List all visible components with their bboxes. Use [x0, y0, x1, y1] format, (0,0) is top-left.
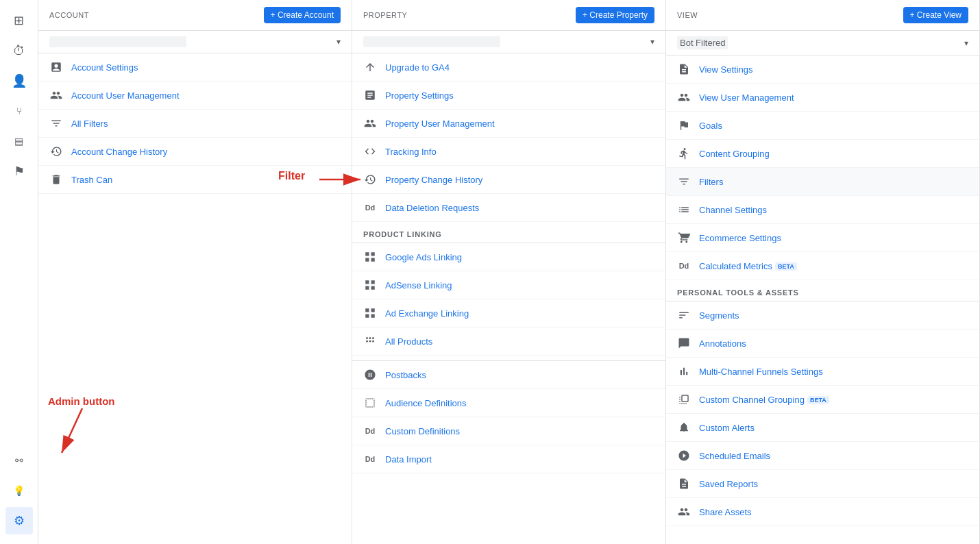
google-ads-linking-icon [363, 250, 377, 264]
calculated-metrics-item[interactable]: Dd Calculated MetricsBETA [666, 252, 979, 280]
account-selector[interactable]: ▾ [38, 31, 352, 53]
link-icon: ⚯ [15, 455, 23, 466]
data-deletion-requests-label: Data Deletion Requests [385, 203, 479, 213]
view-selector[interactable]: Bot Filtered ▾ [666, 31, 979, 55]
mcf-settings-item[interactable]: Multi-Channel Funnels Settings [666, 358, 979, 386]
account-column: Account + Create Account ▾ Account Setti… [38, 0, 352, 544]
custom-channel-grouping-item[interactable]: Custom Channel GroupingBETA [666, 386, 979, 414]
account-selector-text [49, 36, 186, 47]
sidebar-item-person[interactable]: 👤 [5, 67, 33, 95]
property-label: Property [363, 11, 407, 19]
google-ads-linking-item[interactable]: Google Ads Linking [352, 243, 665, 271]
data-deletion-requests-item[interactable]: Dd Data Deletion Requests [352, 194, 665, 222]
audience-definitions-item[interactable]: Audience Definitions [352, 389, 665, 417]
trash-can-label: Trash Can [71, 175, 112, 185]
tracking-info-icon [363, 145, 377, 158]
segments-icon [677, 308, 691, 322]
sidebar-item-link[interactable]: ⚯ [5, 447, 33, 474]
account-settings-label: Account Settings [71, 62, 138, 73]
bulb-icon: 💡 [13, 485, 25, 496]
svg-rect-3 [371, 258, 375, 262]
ecommerce-settings-item[interactable]: Ecommerce Settings [666, 224, 979, 252]
view-selector-text: Bot Filtered [677, 36, 728, 49]
sidebar-item-clock[interactable]: ⏱ [5, 37, 33, 64]
sidebar-item-grid[interactable]: ⊞ [5, 7, 33, 34]
sidebar-item-report[interactable]: ▤ [5, 127, 33, 155]
sidebar-item-fork[interactable]: ⑂ [5, 97, 33, 125]
filters-item[interactable]: Filters [666, 168, 979, 196]
property-user-management-icon [363, 116, 377, 130]
segments-item[interactable]: Segments [666, 301, 979, 330]
all-products-icon [363, 334, 377, 348]
custom-channel-grouping-icon [677, 393, 691, 406]
share-assets-item[interactable]: Share Assets [666, 498, 979, 526]
annotations-item[interactable]: Annotations [666, 330, 979, 358]
svg-rect-6 [365, 286, 369, 290]
view-user-management-item[interactable]: View User Management [666, 84, 979, 112]
property-settings-label: Property Settings [385, 90, 454, 101]
data-import-icon: Dd [363, 452, 377, 466]
sidebar-item-bulb[interactable]: 💡 [5, 477, 33, 504]
adsense-linking-item[interactable]: AdSense Linking [352, 271, 665, 299]
clock-icon: ⏱ [13, 44, 25, 58]
mcf-settings-icon [677, 364, 691, 378]
property-selector[interactable]: ▾ [352, 31, 665, 53]
svg-point-14 [372, 337, 374, 339]
trash-can-item[interactable]: Trash Can [38, 166, 352, 194]
view-user-management-label: View User Management [699, 92, 794, 103]
create-property-button[interactable]: + Create Property [576, 7, 654, 23]
ad-exchange-linking-item[interactable]: Ad Exchange Linking [352, 299, 665, 327]
annotations-icon [677, 336, 691, 350]
grid-icon: ⊞ [14, 13, 24, 28]
property-change-history-item[interactable]: Property Change History [352, 166, 665, 194]
all-filters-item[interactable]: All Filters [38, 110, 352, 138]
ecommerce-settings-icon [677, 231, 691, 245]
create-view-button[interactable]: + Create View [903, 7, 969, 23]
upgrade-ga4-item[interactable]: Upgrade to GA4 [352, 53, 665, 82]
share-assets-icon [677, 505, 691, 519]
tracking-info-item[interactable]: Tracking Info [352, 138, 665, 166]
view-settings-item[interactable]: View Settings [666, 55, 979, 84]
property-user-management-item[interactable]: Property User Management [352, 110, 665, 138]
account-label: Account [49, 11, 89, 19]
saved-reports-icon [677, 477, 691, 491]
scheduled-emails-item[interactable]: Scheduled Emails [666, 442, 979, 470]
svg-rect-2 [365, 258, 369, 262]
account-column-header: Account + Create Account [38, 0, 352, 31]
property-settings-item[interactable]: Property Settings [352, 82, 665, 110]
admin-columns: Account + Create Account ▾ Account Setti… [38, 0, 980, 544]
saved-reports-item[interactable]: Saved Reports [666, 470, 979, 498]
account-user-management-item[interactable]: Account User Management [38, 82, 352, 110]
svg-rect-11 [371, 314, 375, 318]
all-products-item[interactable]: All Products [352, 327, 665, 356]
sidebar: ⊞ ⏱ 👤 ⑂ ▤ ⚑ ⚯ 💡 ⚙ [0, 0, 38, 544]
trash-can-icon [49, 173, 63, 186]
custom-definitions-item[interactable]: Dd Custom Definitions [352, 417, 665, 445]
custom-alerts-item[interactable]: Custom Alerts [666, 414, 979, 442]
content-grouping-label: Content Grouping [699, 149, 770, 159]
calculated-metrics-icon: Dd [677, 259, 691, 273]
share-assets-label: Share Assets [699, 507, 752, 517]
data-import-item[interactable]: Dd Data Import [352, 445, 665, 473]
account-chevron-icon: ▾ [336, 37, 341, 47]
gear-icon: ⚙ [14, 513, 25, 528]
postbacks-label: Postbacks [385, 370, 426, 380]
account-settings-item[interactable]: Account Settings [38, 53, 352, 82]
svg-rect-0 [365, 252, 369, 256]
adsense-linking-icon [363, 278, 377, 292]
content-grouping-item[interactable]: Content Grouping [666, 140, 979, 168]
all-filters-icon [49, 116, 63, 130]
personal-tools-header: PERSONAL TOOLS & ASSETS [666, 280, 979, 301]
account-change-history-item[interactable]: Account Change History [38, 138, 352, 166]
goals-item[interactable]: Goals [666, 112, 979, 140]
annotations-label: Annotations [699, 338, 746, 349]
svg-rect-10 [365, 314, 369, 318]
account-change-history-label: Account Change History [71, 147, 167, 157]
sidebar-item-gear[interactable]: ⚙ [5, 507, 33, 534]
property-column-header: Property + Create Property [352, 0, 665, 31]
sidebar-item-flag[interactable]: ⚑ [5, 158, 33, 185]
channel-settings-item[interactable]: Channel Settings [666, 196, 979, 224]
postbacks-item[interactable]: Postbacks [352, 361, 665, 389]
audience-definitions-label: Audience Definitions [385, 398, 467, 408]
create-account-button[interactable]: + Create Account [264, 7, 341, 23]
